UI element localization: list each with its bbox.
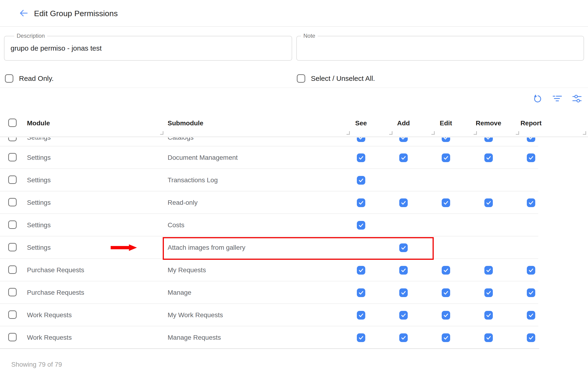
permission-report-checkbox-checked[interactable] — [527, 311, 535, 320]
column-header-see: See — [340, 119, 382, 127]
permission-add-checkbox-checked[interactable] — [399, 153, 408, 162]
tune-button[interactable] — [572, 94, 582, 104]
reset-button[interactable] — [533, 94, 543, 104]
permission-see-checkbox-checked[interactable] — [357, 266, 365, 275]
permission-edit-cell — [425, 137, 467, 142]
permission-see-checkbox-checked[interactable] — [357, 311, 365, 320]
permission-report-checkbox-checked[interactable] — [527, 266, 535, 275]
permission-remove-checkbox-checked[interactable] — [484, 198, 493, 207]
permission-report-checkbox-checked[interactable] — [527, 288, 535, 297]
note-field[interactable]: Note — [296, 36, 584, 61]
table-row: SettingsCosts — [0, 214, 588, 236]
table-row: SettingsCatalogs — [0, 137, 588, 146]
edit-group-permissions-screen: Edit Group Permissions Description Note … — [0, 0, 588, 380]
permission-edit-checkbox-checked[interactable] — [442, 198, 450, 207]
row-select-checkbox[interactable] — [8, 175, 17, 184]
column-resize-handle[interactable] — [516, 131, 519, 135]
permission-remove-checkbox-checked[interactable] — [484, 153, 493, 162]
permission-see-cell — [340, 153, 382, 162]
column-resize-handle[interactable] — [431, 131, 435, 135]
permission-edit-checkbox-checked[interactable] — [442, 266, 450, 275]
row-select-checkbox[interactable] — [8, 137, 17, 141]
permission-see-checkbox-checked[interactable] — [357, 153, 365, 162]
permission-add-checkbox-checked[interactable] — [399, 333, 408, 342]
permission-report-checkbox-checked[interactable] — [527, 198, 535, 207]
select-unselect-all-checkbox[interactable] — [297, 74, 305, 83]
permission-see-checkbox-checked[interactable] — [357, 176, 365, 185]
permission-remove-checkbox-checked[interactable] — [484, 333, 493, 342]
permission-see-cell — [340, 176, 382, 185]
column-resize-handle[interactable] — [583, 131, 586, 135]
permission-see-cell — [340, 137, 382, 142]
permission-see-checkbox-checked[interactable] — [357, 198, 365, 207]
row-select-checkbox[interactable] — [8, 153, 17, 161]
permission-remove-checkbox-checked[interactable] — [484, 137, 493, 142]
column-resize-handle[interactable] — [160, 131, 163, 135]
select-unselect-all-label: Select / Unselect All. — [311, 75, 375, 82]
arrow-left-icon — [18, 8, 29, 19]
permission-remove-checkbox-checked[interactable] — [484, 288, 493, 297]
column-header-add: Add — [382, 119, 425, 127]
row-select-checkbox[interactable] — [8, 333, 17, 341]
permission-see-checkbox-checked[interactable] — [357, 221, 365, 229]
permission-report-checkbox-checked[interactable] — [527, 137, 535, 142]
column-header-module: Module — [27, 119, 168, 127]
column-resize-handle[interactable] — [389, 131, 392, 135]
permission-edit-checkbox-checked[interactable] — [442, 311, 450, 320]
back-button[interactable] — [18, 8, 29, 19]
module-cell: Purchase Requests — [27, 266, 168, 274]
row-select-checkbox[interactable] — [8, 288, 17, 296]
read-only-option[interactable]: Read Only. — [5, 74, 54, 83]
permission-add-cell — [382, 333, 425, 342]
permission-add-checkbox-checked[interactable] — [399, 137, 408, 142]
permission-see-checkbox-checked[interactable] — [357, 288, 365, 297]
module-cell: Settings — [27, 137, 168, 141]
submodule-cell: Catalogs — [168, 137, 340, 141]
permission-report-checkbox-checked[interactable] — [527, 153, 535, 162]
permission-add-cell — [382, 311, 425, 320]
permission-remove-cell — [467, 153, 510, 162]
permission-report-cell — [510, 153, 552, 162]
permission-remove-checkbox-checked[interactable] — [484, 266, 493, 275]
row-select-checkbox[interactable] — [8, 198, 17, 206]
read-only-label: Read Only. — [19, 75, 54, 82]
column-resize-handle[interactable] — [346, 131, 350, 135]
filter-button[interactable] — [552, 94, 562, 104]
module-cell: Settings — [27, 154, 168, 161]
permission-add-checkbox-checked[interactable] — [399, 266, 408, 275]
select-all-rows-checkbox[interactable] — [8, 118, 17, 127]
permission-add-checkbox-checked[interactable] — [399, 311, 408, 320]
description-field[interactable]: Description — [4, 36, 292, 61]
submodule-cell: Costs — [168, 221, 340, 229]
table-header: Module Submodule See Add Edit Remove Rep… — [0, 114, 588, 137]
column-header-remove: Remove — [467, 119, 510, 127]
permission-add-checkbox-checked[interactable] — [399, 243, 408, 252]
row-select-checkbox[interactable] — [8, 243, 17, 251]
row-select-checkbox[interactable] — [8, 266, 17, 274]
table-row: Purchase RequestsManage — [0, 281, 588, 304]
row-select-checkbox[interactable] — [8, 220, 17, 229]
permission-see-cell — [340, 221, 382, 229]
table-toolbar — [533, 94, 582, 104]
row-select-checkbox[interactable] — [8, 310, 17, 319]
permission-edit-checkbox-checked[interactable] — [442, 153, 450, 162]
submodule-cell: Read-only — [168, 199, 340, 206]
table-row: SettingsRead-only — [0, 191, 588, 214]
permission-edit-cell — [425, 311, 467, 320]
permission-report-cell — [510, 288, 552, 297]
permission-see-checkbox-checked[interactable] — [357, 333, 365, 342]
select-unselect-all-option[interactable]: Select / Unselect All. — [297, 74, 375, 83]
permission-add-checkbox-checked[interactable] — [399, 288, 408, 297]
permission-add-checkbox-checked[interactable] — [399, 198, 408, 207]
permission-edit-checkbox-checked[interactable] — [442, 288, 450, 297]
permission-see-checkbox-checked[interactable] — [357, 137, 365, 142]
note-input[interactable] — [297, 36, 584, 60]
permission-report-checkbox-checked[interactable] — [527, 333, 535, 342]
column-resize-handle[interactable] — [474, 131, 477, 135]
description-input[interactable] — [4, 36, 292, 60]
read-only-checkbox[interactable] — [5, 74, 13, 83]
permission-edit-checkbox-checked[interactable] — [442, 333, 450, 342]
permission-edit-checkbox-checked[interactable] — [442, 137, 450, 142]
permission-remove-checkbox-checked[interactable] — [484, 311, 493, 320]
permission-report-cell — [510, 333, 552, 342]
